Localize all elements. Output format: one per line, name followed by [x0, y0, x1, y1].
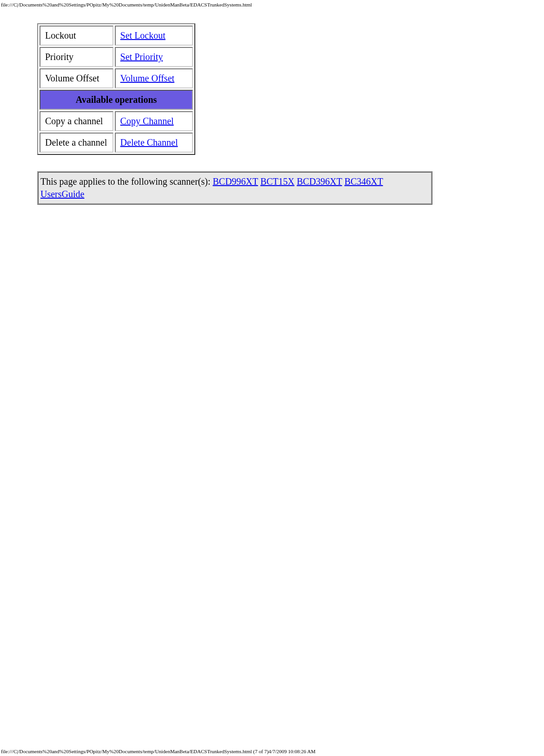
- scanner-link-bc346xt[interactable]: BC346XT: [345, 176, 383, 187]
- applies-box: This page applies to the following scann…: [37, 171, 432, 205]
- options-table: Lockout Set Lockout Priority Set Priorit…: [37, 23, 195, 155]
- table-row: Copy a channel Copy Channel: [40, 111, 193, 131]
- table-row: Volume Offset Volume Offset: [40, 68, 193, 88]
- row-link-cell: Delete Channel: [115, 133, 193, 153]
- scanner-link-bcd996xt[interactable]: BCD996XT: [212, 176, 258, 187]
- delete-channel-link[interactable]: Delete Channel: [120, 137, 178, 147]
- row-label: Priority: [40, 47, 113, 67]
- table-row: Lockout Set Lockout: [40, 26, 193, 46]
- set-lockout-link[interactable]: Set Lockout: [120, 30, 166, 40]
- section-header-row: Available operations: [40, 90, 193, 110]
- copy-channel-link[interactable]: Copy Channel: [120, 116, 174, 126]
- section-header: Available operations: [40, 90, 193, 110]
- row-link-cell: Copy Channel: [115, 111, 193, 131]
- set-priority-link[interactable]: Set Priority: [120, 52, 163, 62]
- row-link-cell: Set Lockout: [115, 26, 193, 46]
- row-label: Volume Offset: [40, 68, 113, 88]
- applies-prefix: This page applies to the following scann…: [40, 176, 212, 187]
- row-label: Delete a channel: [40, 133, 113, 153]
- scanner-link-bct15x[interactable]: BCT15X: [260, 176, 294, 187]
- volume-offset-link[interactable]: Volume Offset: [120, 73, 174, 83]
- row-label: Lockout: [40, 26, 113, 46]
- row-link-cell: Set Priority: [115, 47, 193, 67]
- table-row: Priority Set Priority: [40, 47, 193, 67]
- scanner-link-usersguide[interactable]: UsersGuide: [40, 189, 84, 199]
- row-label: Copy a channel: [40, 111, 113, 131]
- header-path: file:///C|/Documents%20and%20Settings/PO…: [0, 0, 544, 9]
- row-link-cell: Volume Offset: [115, 68, 193, 88]
- content-area: Lockout Set Lockout Priority Set Priorit…: [0, 9, 544, 205]
- scanner-link-bcd396xt[interactable]: BCD396XT: [297, 176, 342, 187]
- table-row: Delete a channel Delete Channel: [40, 133, 193, 153]
